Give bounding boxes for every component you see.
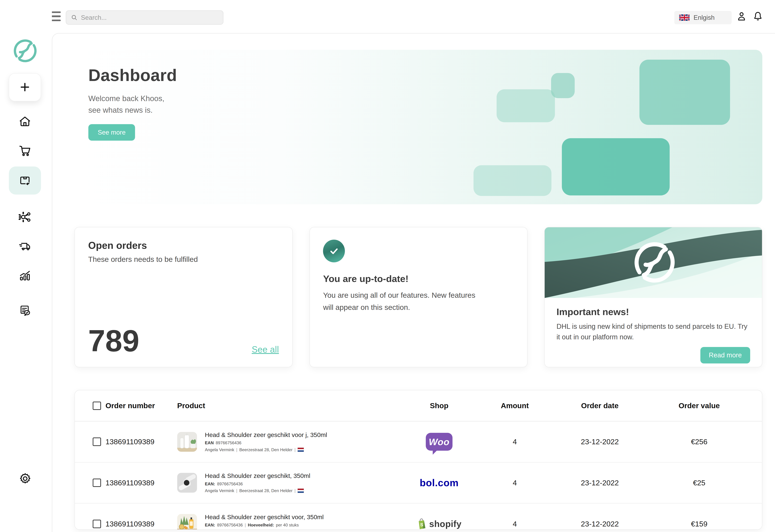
- account-button[interactable]: [736, 11, 747, 22]
- customer-name: Angela Vermink: [205, 488, 234, 493]
- product-title: Head & Shoulder zeer geschikt, 350ml: [205, 472, 310, 479]
- search-icon: [71, 14, 77, 21]
- row-checkbox[interactable]: [93, 437, 101, 446]
- orders-table: Order number Product Shop Amount Order d…: [74, 390, 762, 530]
- news-title: Important news!: [556, 306, 750, 317]
- ean-value: 89766756436: [217, 523, 243, 527]
- uk-flag-icon: [679, 14, 690, 21]
- brand-logo-icon[interactable]: [12, 38, 38, 64]
- table-row[interactable]: 138691109389 Head & Shoulder zeer geschi…: [75, 462, 762, 503]
- sidebar-item-products-active[interactable]: [9, 166, 41, 195]
- shop-logo-shopify: S shopify: [400, 518, 479, 530]
- order-amount: 4: [513, 437, 517, 446]
- order-number: 138691109389: [105, 437, 170, 446]
- product-thumbnail: [177, 473, 197, 493]
- add-button[interactable]: [9, 73, 41, 101]
- up-to-date-body: You are using all of our features. New f…: [323, 289, 486, 314]
- sidebar-item-shipping[interactable]: [9, 232, 41, 260]
- customer-address: Beerzestraat 28, Den Helder: [239, 488, 293, 493]
- news-card: Important news! DHL is using new kind of…: [544, 227, 763, 367]
- open-orders-subtitle: These orders needs to be fulfilled: [88, 255, 279, 264]
- cart-icon: [18, 144, 32, 158]
- ean-label: EAN:: [205, 482, 215, 486]
- order-amount: 4: [513, 520, 517, 528]
- nl-flag-icon: [298, 448, 304, 452]
- order-date: 23-12-2022: [581, 437, 619, 446]
- language-label: Enlgish: [694, 14, 715, 21]
- check-badge-icon: [323, 240, 345, 262]
- hero-decor-shape: [473, 165, 551, 196]
- news-banner-image: [545, 227, 762, 298]
- customer-address: Beerzestraat 28, Den Helder: [239, 447, 293, 452]
- order-number: 138691109389: [105, 479, 170, 487]
- welcome-text-line2: see whats news is.: [88, 104, 763, 116]
- product-thumbnail: [177, 514, 197, 530]
- language-selector[interactable]: Enlgish: [674, 11, 732, 24]
- customer-name: Angela Vermink: [205, 529, 234, 530]
- page-title: Dashboard: [88, 66, 763, 85]
- ean-value: 89766756436: [216, 440, 242, 445]
- sidebar-item-integrations[interactable]: [9, 203, 41, 231]
- nl-flag-icon: [298, 488, 304, 493]
- up-to-date-card: You are up-to-date! You are using all of…: [310, 227, 528, 367]
- bell-icon: [752, 11, 763, 22]
- settings-gear-icon: [19, 472, 32, 485]
- col-header-order-value: Order value: [679, 401, 733, 410]
- sidebar: [0, 0, 52, 532]
- welcome-text-line1: Welcome back Khoos,: [88, 93, 763, 104]
- row-checkbox[interactable]: [93, 479, 101, 487]
- customer-name: Angela Vermink: [205, 447, 234, 452]
- truck-icon: [18, 239, 32, 253]
- sidebar-item-orders[interactable]: [9, 137, 41, 165]
- col-header-order-date: Order date: [581, 401, 619, 410]
- table-row[interactable]: 138691109389 Head & Shoulder zeer geschi…: [75, 421, 762, 462]
- see-more-button[interactable]: See more: [88, 124, 135, 140]
- col-header-amount: Amount: [501, 401, 529, 410]
- shopify-bag-icon: S: [417, 518, 427, 530]
- see-all-link[interactable]: See all: [252, 344, 279, 355]
- notifications-button[interactable]: [752, 11, 763, 22]
- main-content: Dashboard Welcome back Khoos, see whats …: [52, 33, 775, 532]
- search-input[interactable]: [81, 14, 218, 21]
- col-header-shop: Shop: [430, 401, 448, 410]
- table-row[interactable]: 138691109389 Head & Shoulder zeer geschi…: [75, 503, 762, 530]
- settings-button[interactable]: [19, 472, 32, 485]
- order-number: 138691109389: [105, 520, 170, 528]
- search-box[interactable]: [66, 10, 224, 25]
- person-icon: [736, 11, 747, 22]
- shop-logo-woocommerce: Woo: [400, 433, 479, 451]
- open-orders-card: Open orders These orders needs to be ful…: [74, 227, 293, 367]
- sidebar-item-analytics[interactable]: [9, 262, 41, 290]
- table-header-row: Order number Product Shop Amount Order d…: [75, 390, 762, 421]
- product-title: Head & Shoulder zeer geschikt voor j, 35…: [205, 431, 327, 439]
- read-more-button[interactable]: Read more: [700, 347, 750, 363]
- sidebar-item-home[interactable]: [9, 108, 41, 136]
- package-return-icon: [18, 174, 32, 187]
- col-header-order-number: Order number: [105, 401, 170, 410]
- order-date: 23-12-2022: [581, 479, 619, 487]
- quantity-label: Hoeveelheid:: [248, 523, 274, 527]
- topbar: Enlgish: [0, 0, 775, 33]
- quantity-value: per 40 stuks: [276, 523, 299, 527]
- home-icon: [18, 115, 32, 128]
- col-header-product: Product: [170, 401, 400, 410]
- hero-banner: Dashboard Welcome back Khoos, see whats …: [74, 50, 762, 204]
- row-checkbox[interactable]: [93, 520, 101, 528]
- hero-decor-shape: [562, 138, 670, 195]
- open-orders-count: 789: [88, 327, 139, 355]
- order-amount: 4: [513, 479, 517, 487]
- news-body: DHL is using new kind of shipments to se…: [556, 321, 750, 343]
- order-date: 23-12-2022: [581, 520, 619, 528]
- product-thumbnail: [177, 432, 197, 452]
- order-value: €25: [693, 479, 718, 487]
- document-check-icon: [18, 304, 32, 318]
- open-orders-title: Open orders: [88, 240, 279, 251]
- select-all-checkbox[interactable]: [93, 402, 101, 410]
- order-value: €256: [691, 437, 720, 446]
- sidebar-item-reviews[interactable]: [9, 297, 41, 325]
- gear-connections-icon: [18, 210, 32, 224]
- product-title: Head & Shoulder zeer geschikt voor, 350m…: [205, 514, 324, 521]
- summary-cards: Open orders These orders needs to be ful…: [74, 227, 762, 367]
- dashboard-app: Enlgish Dashboard We: [0, 0, 775, 532]
- up-to-date-title: You are up-to-date!: [323, 273, 514, 284]
